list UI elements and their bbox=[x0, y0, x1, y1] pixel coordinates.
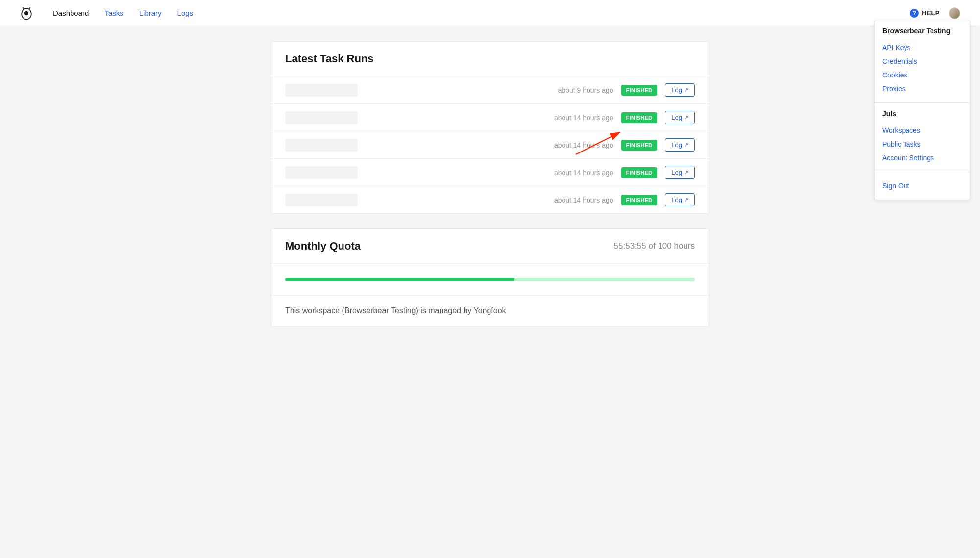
task-run-row: about 14 hours ago FINISHED Log ↗ bbox=[271, 104, 709, 131]
topbar-right: ? HELP bbox=[910, 7, 960, 19]
latest-runs-card: Latest Task Runs about 9 hours ago FINIS… bbox=[271, 41, 709, 214]
latest-runs-title: Latest Task Runs bbox=[285, 52, 695, 65]
task-run-time: about 14 hours ago bbox=[554, 169, 613, 177]
log-button[interactable]: Log ↗ bbox=[665, 111, 695, 124]
log-button[interactable]: Log ↗ bbox=[665, 138, 695, 152]
status-badge: FINISHED bbox=[621, 85, 658, 96]
quota-title: Monthly Quota bbox=[285, 240, 361, 253]
task-run-row: about 9 hours ago FINISHED Log ↗ bbox=[271, 76, 709, 104]
quota-footer: This workspace (Browserbear Testing) is … bbox=[271, 295, 709, 326]
help-icon: ? bbox=[910, 9, 919, 18]
svg-line-3 bbox=[29, 7, 30, 9]
task-name-placeholder bbox=[285, 84, 358, 97]
nav-library[interactable]: Library bbox=[139, 9, 162, 17]
external-link-icon: ↗ bbox=[684, 87, 688, 93]
quota-header: Monthly Quota 55:53:55 of 100 hours bbox=[271, 229, 709, 264]
task-run-row: about 14 hours ago FINISHED Log ↗ bbox=[271, 159, 709, 186]
latest-runs-header: Latest Task Runs bbox=[271, 42, 709, 76]
user-dropdown: Browserbear Testing API Keys Credentials… bbox=[874, 20, 970, 200]
task-name-placeholder bbox=[285, 111, 358, 124]
dropdown-link-public-tasks[interactable]: Public Tasks bbox=[882, 137, 962, 151]
log-button[interactable]: Log ↗ bbox=[665, 193, 695, 206]
dropdown-workspace-title: Browserbear Testing bbox=[882, 27, 962, 35]
help-label: HELP bbox=[922, 9, 940, 17]
svg-line-2 bbox=[23, 7, 24, 9]
quota-summary: 55:53:55 of 100 hours bbox=[614, 241, 695, 251]
dropdown-section-user: Juls Workspaces Public Tasks Account Set… bbox=[875, 103, 970, 172]
status-badge: FINISHED bbox=[621, 112, 658, 123]
dropdown-link-cookies[interactable]: Cookies bbox=[882, 68, 962, 82]
external-link-icon: ↗ bbox=[684, 169, 688, 176]
dropdown-link-account-settings[interactable]: Account Settings bbox=[882, 151, 962, 165]
task-name-placeholder bbox=[285, 194, 358, 206]
log-button[interactable]: Log ↗ bbox=[665, 83, 695, 97]
topbar: Dashboard Tasks Library Logs ? HELP Brow… bbox=[0, 0, 980, 26]
dropdown-link-api-keys[interactable]: API Keys bbox=[882, 41, 962, 54]
task-run-time: about 14 hours ago bbox=[554, 114, 613, 122]
task-name-placeholder bbox=[285, 166, 358, 179]
nav-logs[interactable]: Logs bbox=[177, 9, 194, 17]
external-link-icon: ↗ bbox=[684, 114, 688, 121]
task-run-row: about 14 hours ago FINISHED Log ↗ bbox=[271, 131, 709, 159]
quota-card: Monthly Quota 55:53:55 of 100 hours This… bbox=[271, 228, 709, 327]
dropdown-link-workspaces[interactable]: Workspaces bbox=[882, 124, 962, 137]
status-badge: FINISHED bbox=[621, 195, 658, 205]
external-link-icon: ↗ bbox=[684, 142, 688, 148]
log-button[interactable]: Log ↗ bbox=[665, 166, 695, 179]
quota-progress-wrap bbox=[271, 264, 709, 295]
logo bbox=[20, 6, 33, 20]
status-badge: FINISHED bbox=[621, 140, 658, 151]
task-run-time: about 14 hours ago bbox=[554, 141, 613, 149]
external-link-icon: ↗ bbox=[684, 197, 688, 203]
nav-dashboard[interactable]: Dashboard bbox=[53, 9, 89, 17]
help-link[interactable]: ? HELP bbox=[910, 9, 940, 18]
dropdown-link-sign-out[interactable]: Sign Out bbox=[882, 179, 962, 193]
dropdown-link-credentials[interactable]: Credentials bbox=[882, 54, 962, 68]
task-run-time: about 14 hours ago bbox=[554, 196, 613, 204]
task-name-placeholder bbox=[285, 139, 358, 152]
runs-list: about 9 hours ago FINISHED Log ↗ about 1… bbox=[271, 76, 709, 213]
task-run-time: about 9 hours ago bbox=[558, 86, 613, 94]
svg-point-1 bbox=[25, 11, 28, 15]
dropdown-section-workspace: Browserbear Testing API Keys Credentials… bbox=[875, 20, 970, 103]
quota-progress-bar bbox=[285, 278, 695, 281]
avatar[interactable] bbox=[949, 7, 960, 19]
status-badge: FINISHED bbox=[621, 167, 658, 178]
dropdown-section-signout: Sign Out bbox=[875, 172, 970, 200]
nav-tasks[interactable]: Tasks bbox=[104, 9, 123, 17]
quota-progress-fill bbox=[285, 278, 514, 281]
dropdown-link-proxies[interactable]: Proxies bbox=[882, 82, 962, 96]
main-nav: Dashboard Tasks Library Logs bbox=[53, 9, 193, 17]
content: Latest Task Runs about 9 hours ago FINIS… bbox=[261, 41, 719, 327]
task-run-row: about 14 hours ago FINISHED Log ↗ bbox=[271, 186, 709, 213]
dropdown-user-title: Juls bbox=[882, 110, 962, 118]
